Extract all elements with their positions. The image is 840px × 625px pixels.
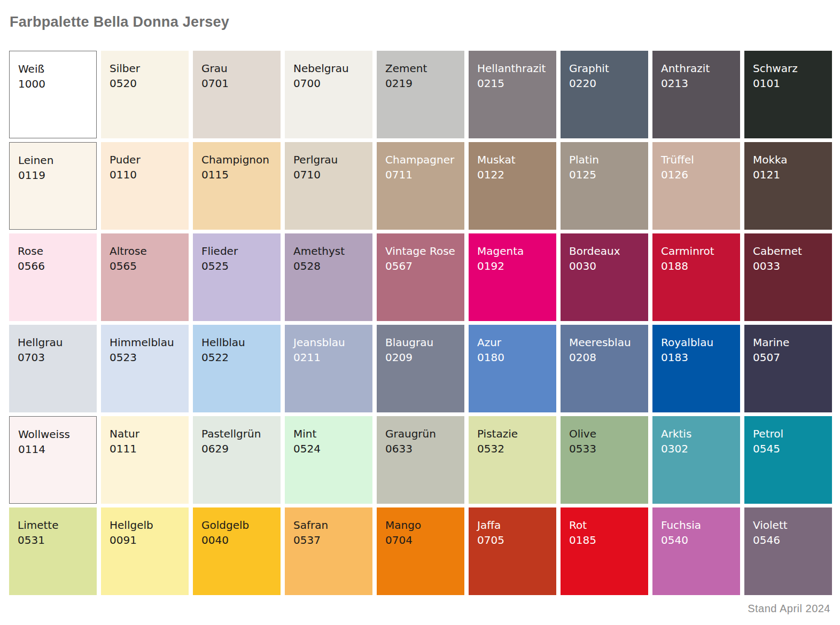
swatch-color-name: Schwarz bbox=[753, 61, 828, 76]
swatch-color-code: 0091 bbox=[110, 533, 184, 548]
color-swatch: Olive 0533 bbox=[561, 416, 648, 504]
swatch-color-name: Rot bbox=[569, 518, 644, 533]
swatch-color-code: 0115 bbox=[201, 167, 276, 182]
color-swatch: Pastellgrün 0629 bbox=[193, 416, 281, 504]
color-swatch: Hellanthrazit 0215 bbox=[469, 51, 556, 138]
swatch-color-name: Safran bbox=[293, 518, 368, 533]
color-swatch: Marine 0507 bbox=[744, 325, 832, 412]
swatch-color-code: 1000 bbox=[18, 76, 92, 91]
swatch-color-name: Himmelblau bbox=[110, 335, 184, 350]
swatch-color-name: Goldgelb bbox=[201, 518, 276, 533]
color-swatch: Nebelgrau 0700 bbox=[285, 51, 372, 138]
swatch-color-code: 0211 bbox=[293, 350, 368, 365]
color-swatch: Hellgrau 0703 bbox=[9, 325, 97, 412]
swatch-color-name: Magenta bbox=[477, 244, 552, 259]
color-swatch: Vintage Rose 0567 bbox=[377, 233, 464, 321]
swatch-color-name: Nebelgrau bbox=[293, 61, 368, 76]
swatch-color-name: Zement bbox=[385, 61, 460, 76]
swatch-color-code: 0030 bbox=[569, 259, 644, 274]
swatch-color-name: Marine bbox=[753, 335, 828, 350]
color-swatch: Platin 0125 bbox=[561, 142, 648, 230]
swatch-color-code: 0180 bbox=[477, 350, 552, 365]
swatch-color-code: 0188 bbox=[661, 259, 736, 274]
swatch-color-name: Hellgrau bbox=[18, 335, 92, 350]
swatch-color-code: 0033 bbox=[753, 259, 828, 274]
swatch-color-code: 0302 bbox=[661, 441, 736, 456]
palette-grid: Weiß 1000 Silber 0520 Grau 0701 Nebelgra… bbox=[9, 51, 832, 595]
color-swatch: Flieder 0525 bbox=[193, 233, 281, 321]
swatch-color-code: 0213 bbox=[661, 76, 736, 91]
swatch-color-name: Meeresblau bbox=[569, 335, 644, 350]
swatch-color-code: 0110 bbox=[110, 167, 184, 182]
swatch-color-code: 0125 bbox=[569, 167, 644, 182]
swatch-color-code: 0185 bbox=[569, 533, 644, 548]
color-swatch: Weiß 1000 bbox=[9, 51, 97, 138]
swatch-color-code: 0507 bbox=[753, 350, 828, 365]
swatch-color-name: Champagner bbox=[385, 152, 460, 167]
swatch-color-code: 0705 bbox=[477, 533, 552, 548]
swatch-color-code: 0219 bbox=[385, 76, 460, 91]
swatch-color-code: 0704 bbox=[385, 533, 460, 548]
color-swatch: Graugrün 0633 bbox=[377, 416, 464, 504]
swatch-color-name: Muskat bbox=[477, 152, 552, 167]
color-swatch: Muskat 0122 bbox=[469, 142, 556, 230]
color-swatch: Silber 0520 bbox=[101, 51, 189, 138]
color-swatch: Puder 0110 bbox=[101, 142, 189, 230]
color-swatch: Pistazie 0532 bbox=[469, 416, 556, 504]
color-swatch: Blaugrau 0209 bbox=[377, 325, 464, 412]
swatch-color-name: Rose bbox=[18, 244, 92, 259]
swatch-color-name: Silber bbox=[110, 61, 184, 76]
color-swatch: Trüffel 0126 bbox=[652, 142, 740, 230]
swatch-color-name: Hellgelb bbox=[110, 518, 184, 533]
swatch-color-code: 0546 bbox=[753, 533, 828, 548]
swatch-color-name: Hellanthrazit bbox=[477, 61, 552, 76]
color-swatch: Violett 0546 bbox=[744, 507, 832, 595]
color-swatch: Leinen 0119 bbox=[9, 142, 97, 230]
color-swatch: Natur 0111 bbox=[101, 416, 189, 504]
swatch-color-name: Weiß bbox=[18, 61, 92, 76]
color-swatch: Schwarz 0101 bbox=[744, 51, 832, 138]
color-swatch: Hellblau 0522 bbox=[193, 325, 281, 412]
swatch-color-code: 0525 bbox=[201, 259, 276, 274]
swatch-color-name: Mint bbox=[293, 426, 368, 441]
swatch-color-name: Olive bbox=[569, 426, 644, 441]
swatch-color-code: 0567 bbox=[385, 259, 460, 274]
swatch-color-code: 0532 bbox=[477, 441, 552, 456]
swatch-color-name: Natur bbox=[110, 426, 184, 441]
color-swatch: Champignon 0115 bbox=[193, 142, 281, 230]
color-swatch: Arktis 0302 bbox=[652, 416, 740, 504]
swatch-color-code: 0220 bbox=[569, 76, 644, 91]
color-swatch: Jeansblau 0211 bbox=[285, 325, 372, 412]
swatch-color-name: Mokka bbox=[753, 152, 828, 167]
color-swatch: Anthrazit 0213 bbox=[652, 51, 740, 138]
color-swatch: Mokka 0121 bbox=[744, 142, 832, 230]
swatch-color-name: Leinen bbox=[18, 153, 92, 168]
swatch-color-name: Pastellgrün bbox=[201, 426, 276, 441]
color-swatch: Grau 0701 bbox=[193, 51, 281, 138]
swatch-color-name: Arktis bbox=[661, 426, 736, 441]
swatch-color-code: 0703 bbox=[18, 350, 92, 365]
swatch-color-name: Puder bbox=[110, 152, 184, 167]
swatch-color-name: Graugrün bbox=[385, 426, 460, 441]
swatch-color-name: Royalblau bbox=[661, 335, 736, 350]
color-swatch: Magenta 0192 bbox=[469, 233, 556, 321]
color-swatch: Carminrot 0188 bbox=[652, 233, 740, 321]
swatch-color-code: 0121 bbox=[753, 167, 828, 182]
swatch-color-code: 0537 bbox=[293, 533, 368, 548]
swatch-color-name: Trüffel bbox=[661, 152, 736, 167]
swatch-color-name: Perlgrau bbox=[293, 152, 368, 167]
swatch-color-name: Vintage Rose bbox=[385, 244, 460, 259]
swatch-color-name: Azur bbox=[477, 335, 552, 350]
swatch-color-name: Anthrazit bbox=[661, 61, 736, 76]
swatch-color-name: Limette bbox=[18, 518, 92, 533]
swatch-color-name: Fuchsia bbox=[661, 518, 736, 533]
color-swatch: Champagner 0711 bbox=[377, 142, 464, 230]
swatch-color-code: 0533 bbox=[569, 441, 644, 456]
swatch-color-code: 0528 bbox=[293, 259, 368, 274]
color-swatch: Safran 0537 bbox=[285, 507, 372, 595]
swatch-color-name: Amethyst bbox=[293, 244, 368, 259]
color-swatch: Cabernet 0033 bbox=[744, 233, 832, 321]
swatch-color-name: Cabernet bbox=[753, 244, 828, 259]
swatch-color-code: 0522 bbox=[201, 350, 276, 365]
swatch-color-name: Blaugrau bbox=[385, 335, 460, 350]
